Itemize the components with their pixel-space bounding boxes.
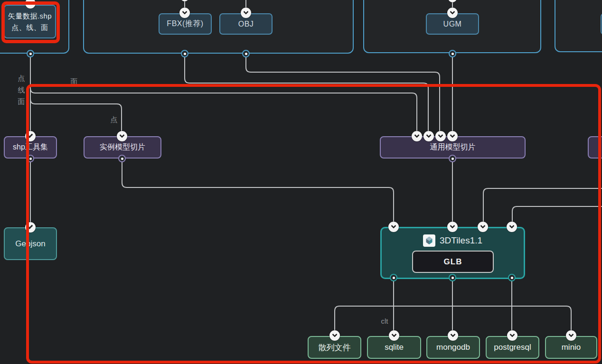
output-port-ugm[interactable] [449, 50, 456, 57]
node-right-clipped-purple[interactable] [588, 136, 602, 159]
output-port-tiles-3[interactable] [508, 274, 516, 281]
vector-shp-line2: 点、线、面 [11, 22, 48, 33]
vector-shp-line1: 矢量数据.shp [8, 10, 52, 21]
output-port-shp-toolkit[interactable] [27, 155, 34, 162]
chevron-down-icon-tiles-in1[interactable] [388, 222, 399, 232]
chevron-down-icon-generic-in4[interactable] [447, 131, 458, 141]
chevron-down-icon-tiles-in3[interactable] [478, 222, 488, 232]
label-column-point: 点 [18, 74, 25, 83]
edge-obj-to-generic [246, 54, 440, 134]
geojson-label: Geojson [15, 239, 45, 249]
minio-label: minio [562, 343, 581, 352]
edges-layer [0, 0, 602, 364]
check-icon-geojson[interactable] [25, 222, 36, 233]
chevron-down-icon-tiles-in2[interactable] [447, 222, 458, 232]
chevron-down-icon-mongodb[interactable] [448, 330, 458, 341]
node-vector-shp[interactable]: 矢量数据.shp 点、线、面 [4, 5, 56, 38]
chevron-down-icon-obj[interactable] [241, 8, 251, 18]
output-port-obj[interactable] [242, 50, 250, 57]
chevron-down-icon-generic-in1[interactable] [412, 131, 422, 141]
instance-slicing-label: 实例模型切片 [100, 142, 145, 152]
obj-label: OBJ [238, 20, 254, 28]
chevron-down-icon-instance-slicing[interactable] [117, 131, 127, 141]
3dtiles-cube-icon [423, 234, 435, 247]
chevron-down-icon-fbx[interactable] [179, 8, 190, 18]
glb-label: GLB [444, 257, 462, 267]
check-icon-shp-toolkit[interactable] [25, 131, 36, 141]
label-face-branch: 面 [71, 77, 78, 86]
output-port-tiles-1[interactable] [390, 274, 397, 281]
node-glb[interactable]: GLB [412, 251, 494, 273]
label-point-branch: 点 [111, 115, 118, 124]
output-port-group-vector[interactable] [27, 50, 34, 57]
ugm-label: UGM [443, 20, 462, 28]
shp-toolkit-label: shp工具集 [13, 142, 48, 152]
chevron-down-icon-tiles-in4[interactable] [507, 222, 517, 232]
output-port-fbx[interactable] [181, 50, 188, 57]
edge-instance-to-tiles [122, 159, 394, 224]
label-column-line: 线 [18, 86, 25, 95]
edge-fbx-to-generic [185, 54, 428, 134]
output-port-tiles-2[interactable] [449, 274, 456, 281]
chevron-down-icon-ugm[interactable] [447, 8, 458, 18]
output-port-generic-slicing[interactable] [449, 155, 456, 162]
chevron-down-icon-hash-files[interactable] [329, 330, 340, 341]
hash-files-label: 散列文件 [319, 342, 351, 353]
3dtiles-title: 3DTiles1.1 [440, 235, 482, 246]
chevron-down-icon-sqlite[interactable] [389, 330, 399, 341]
chevron-down-icon-minio[interactable] [566, 330, 576, 341]
postgresql-label: postgresql [494, 343, 531, 352]
fbx-label: FBX(推荐) [167, 19, 203, 29]
edge-vector-face-to-generic [30, 88, 417, 134]
chevron-down-icon-generic-in2[interactable] [423, 131, 434, 141]
chevron-down-icon-postgresql[interactable] [507, 330, 517, 341]
edge-right2-to-tiles [512, 206, 602, 224]
chevron-down-icon-generic-in3[interactable] [435, 131, 446, 141]
mongodb-label: mongodb [436, 343, 470, 352]
sqlite-label: sqlite [385, 343, 404, 352]
3dtiles-header: 3DTiles1.1 [382, 234, 524, 247]
label-column-face: 面 [18, 97, 25, 106]
edge-vector-point-to-instance [30, 99, 122, 134]
generic-slicing-label: 通用模型切片 [430, 142, 476, 152]
label-clt: clt [381, 317, 388, 325]
flow-diagram-canvas: 矢量数据.shp 点、线、面 FBX(推荐) OBJ UGM shp工具集 实例… [0, 0, 602, 364]
output-port-instance-slicing[interactable] [118, 155, 126, 162]
